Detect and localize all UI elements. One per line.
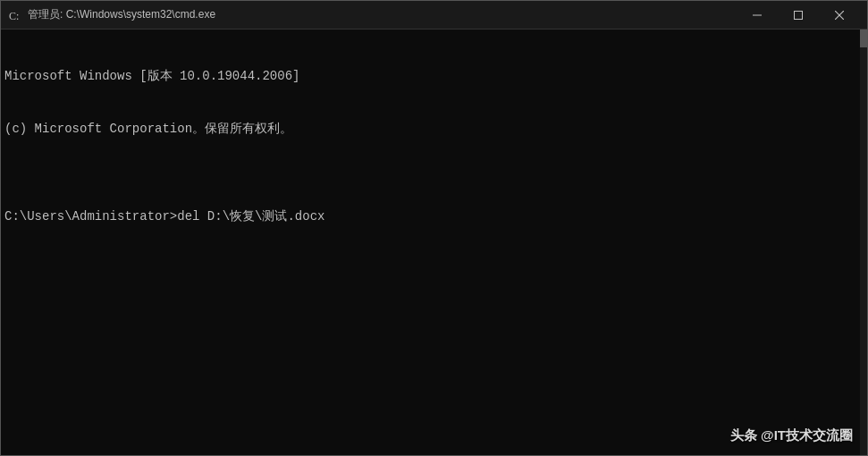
title-bar-text: 管理员: C:\Windows\system32\cmd.exe <box>28 7 737 22</box>
maximize-button[interactable] <box>778 1 819 30</box>
svg-text:C:: C: <box>9 10 19 22</box>
watermark: 头条 @IT技术交流圈 <box>730 427 853 444</box>
console-content: Microsoft Windows [版本 10.0.19044.2006] (… <box>4 33 864 261</box>
title-bar: C: 管理员: C:\Windows\system32\cmd.exe <box>1 1 867 30</box>
console-line-4: C:\Users\Administrator>del D:\恢复\测试.docx <box>4 208 864 226</box>
scrollbar[interactable] <box>860 30 867 455</box>
svg-rect-3 <box>795 11 803 19</box>
cmd-window: C: 管理员: C:\Windows\system32\cmd.exe <box>0 0 868 456</box>
minimize-button[interactable] <box>737 1 778 30</box>
scrollbar-thumb[interactable] <box>860 30 867 47</box>
close-button[interactable] <box>819 1 860 30</box>
cmd-icon: C: <box>8 8 22 22</box>
svg-rect-2 <box>753 14 762 15</box>
console-line-2: (c) Microsoft Corporation。保留所有权利。 <box>4 121 864 139</box>
title-bar-controls <box>737 1 860 30</box>
console-line-1: Microsoft Windows [版本 10.0.19044.2006] <box>4 68 864 86</box>
console-body[interactable]: Microsoft Windows [版本 10.0.19044.2006] (… <box>1 30 867 455</box>
